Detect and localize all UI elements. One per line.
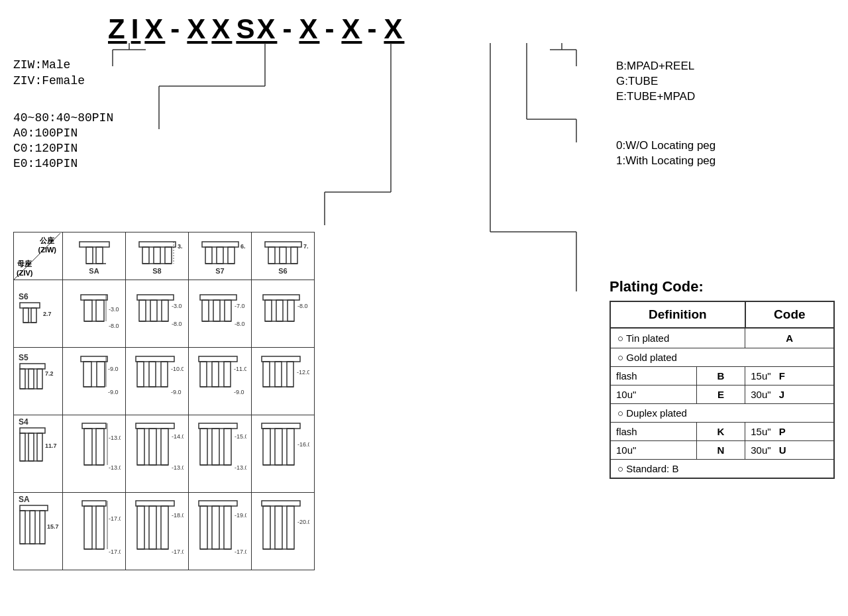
svg-text:S4: S4 [19,418,28,427]
svg-rect-161 [137,506,144,549]
svg-rect-38 [265,242,301,247]
cell-s6-s6: -8.0 [252,280,315,348]
svg-rect-160 [136,501,174,506]
svg-text:7.2: 7.2 [45,370,54,377]
code-xx1: X [185,13,209,45]
s6-s7-svg: -7.0 -8.0 [193,285,246,341]
svg-rect-136 [224,429,231,465]
svg-rect-68 [225,300,231,321]
svg-rect-101 [212,362,219,387]
svg-rect-142 [275,429,282,465]
gold-plated-header-row: ○ Gold plated [610,348,834,367]
code-i: I [129,13,143,45]
cell-sa-s6: -20.0 [252,493,315,570]
svg-rect-61 [162,300,168,321]
svg-text:-13.0: -13.0 [109,435,121,441]
code-x1: X [142,13,167,45]
svg-rect-154 [84,506,92,549]
svg-rect-67 [213,300,220,321]
s4-s7-svg: -15.0 -13.0 [193,420,246,486]
duplex-flash-code: K [696,423,745,441]
svg-rect-162 [149,506,156,549]
cell-sa-s7: -19.0 -17.0 [189,493,252,570]
svg-rect-106 [262,356,300,362]
svg-text:11.7: 11.7 [45,442,57,449]
svg-text:-16.0: -16.0 [297,441,309,448]
svg-text:-8.0: -8.0 [235,321,245,327]
ziw-label: ZIW:Male [13,58,85,72]
svg-rect-52 [84,300,92,321]
svg-text:-10.0: -10.0 [171,366,184,372]
svg-text:S7: S7 [215,267,224,275]
code-x3: X [339,13,364,45]
svg-rect-170 [224,506,231,549]
svg-text:S6: S6 [278,267,287,275]
gold-flash-code: B [696,367,745,385]
s6-row-label-svg: S6 2.7 [17,283,60,342]
svg-rect-146 [20,505,48,511]
svg-rect-60 [150,300,157,321]
svg-rect-33 [217,247,223,264]
svg-text:S5: S5 [19,353,28,362]
svg-text:3.7: 3.7 [178,243,182,250]
svg-text:SA: SA [19,495,30,504]
svg-rect-155 [96,506,104,549]
svg-rect-81 [37,369,42,389]
svg-text:-8.0: -8.0 [109,323,119,329]
code-x4: X [382,13,406,45]
cell-s5-s6: -12.0 [252,348,315,415]
svg-rect-26 [165,247,172,264]
gold-plated-header: ○ Gold plated [610,348,834,367]
s4-s6-svg: -16.0 [256,420,309,486]
gold-10u-code: E [696,385,745,404]
svg-rect-107 [263,362,270,387]
svg-rect-140 [262,423,300,429]
pkg-b: B:MPAD+REEL [616,60,828,73]
gold-10u-label: 10u" [610,385,696,404]
row-label-sa: SA 15.7 [14,493,63,570]
col-header-s6: S6 7.7 [252,232,315,280]
svg-rect-20 [96,247,103,264]
tin-plated-code: A [745,328,834,348]
svg-rect-53 [96,300,104,321]
cell-s5-s8: -10.0 -9.0 [126,348,189,415]
gold-30u-code: J [779,389,784,400]
svg-rect-128 [149,429,156,465]
svg-rect-169 [212,506,219,549]
svg-text:-9.0: -9.0 [234,389,244,395]
sa-sa-svg: -17.0 -17.0 [68,497,121,564]
s6-s6-svg: -8.0 [256,285,309,341]
loc-0: 0:W/O Locating peg [616,139,828,152]
svg-text:7.7: 7.7 [303,243,308,250]
svg-rect-126 [136,423,174,429]
cell-s5-sa: -9.0 -9.0 [63,348,126,415]
cell-s4-sa: -13.0 -13.0 [63,415,126,493]
svg-rect-119 [82,423,106,429]
row-label-s6: S6 2.7 [14,280,63,348]
pin-c0: C0:120PIN [13,142,113,155]
svg-rect-87 [97,362,105,387]
sa-s6-svg: -20.0 [256,497,309,564]
svg-rect-66 [202,300,209,321]
svg-rect-127 [137,429,144,465]
s5-sa-svg: -9.0 -9.0 [68,351,121,411]
svg-rect-79 [20,369,25,389]
duplex-flash-label: flash [610,423,696,441]
svg-text:-3.0: -3.0 [109,306,119,313]
s4-sa-svg: -13.0 -13.0 [68,420,121,486]
svg-text:-18.0: -18.0 [172,512,184,519]
svg-rect-46 [23,308,28,323]
svg-text:SA: SA [89,267,99,275]
svg-rect-114 [28,433,34,461]
pin-a0: A0:100PIN [13,127,113,140]
svg-rect-148 [30,511,35,544]
cell-s4-s6: -16.0 [252,415,315,493]
svg-text:15.7: 15.7 [47,523,59,530]
tin-plated-def: ○ Tin plated [610,328,745,348]
svg-rect-78 [20,364,45,369]
svg-text:-17.0: -17.0 [109,548,121,555]
svg-rect-149 [40,511,45,544]
svg-rect-32 [205,247,212,264]
svg-rect-40 [280,247,286,264]
svg-rect-129 [161,429,168,465]
